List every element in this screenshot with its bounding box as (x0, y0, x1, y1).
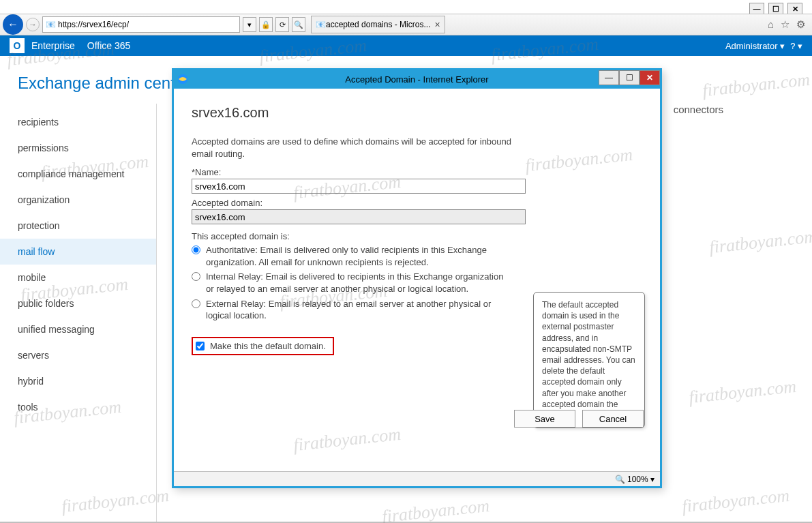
refresh-button[interactable]: ⟳ (275, 17, 289, 32)
zoom-control[interactable]: 🔍 100% ▾ (615, 475, 655, 484)
domain-label: Accepted domain: (192, 198, 642, 208)
help-menu[interactable]: ? ▾ (790, 41, 802, 51)
sidebar-item-mobile[interactable]: mobile (0, 265, 156, 290)
name-label: *Name: (192, 167, 642, 177)
sidebar-item-recipients[interactable]: recipients (0, 109, 156, 135)
sidebar-item-unified-messaging[interactable]: unified messaging (0, 316, 156, 342)
browser-nav-bar: ← → 📧 https://srvex16/ecp/ ▾ 🔒 ⟳ 🔍 📧 acc… (0, 14, 812, 35)
addr-dropdown[interactable]: ▾ (243, 17, 256, 32)
favorites-icon[interactable]: ☆ (781, 18, 790, 31)
sidebar-item-mail-flow[interactable]: mail flow (0, 239, 156, 265)
cancel-button[interactable]: Cancel (582, 410, 644, 428)
sidebar-item-tools[interactable]: tools (0, 394, 156, 420)
search-dropdown[interactable]: 🔍 (292, 17, 305, 32)
sidebar-item-organization[interactable]: organization (0, 187, 156, 213)
office-logo[interactable]: O (10, 38, 25, 53)
tab-favicon: 📧 (316, 20, 326, 29)
radio-authoritative-label: Authoritative: Email is delivered only t… (206, 244, 512, 268)
home-icon[interactable]: ⌂ (768, 18, 774, 31)
ssl-lock-icon[interactable]: 🔒 (259, 17, 273, 32)
enterprise-link[interactable]: Enterprise (31, 40, 75, 51)
settings-gear-icon[interactable]: ⚙ (796, 18, 805, 31)
type-label: This accepted domain is: (192, 231, 642, 241)
sidebar-item-servers[interactable]: servers (0, 342, 156, 368)
dialog-description: Accepted domains are used to define whic… (192, 136, 526, 160)
accepted-domain-dialog: Accepted Domain - Internet Explorer — ☐ … (172, 68, 662, 488)
office365-link[interactable]: Office 365 (87, 40, 131, 51)
sidebar-item-public-folders[interactable]: public folders (0, 290, 156, 316)
dialog-heading: srvex16.com (192, 105, 642, 121)
back-button[interactable]: ← (3, 14, 23, 35)
save-button[interactable]: Save (514, 410, 575, 428)
radio-external-relay-label: External Relay: Email is relayed to an e… (206, 298, 512, 322)
ie-icon (177, 73, 189, 85)
help-tooltip: The default accepted domain is used in t… (533, 292, 645, 428)
dialog-titlebar: Accepted Domain - Internet Explorer — ☐ … (174, 70, 660, 89)
dialog-close[interactable]: ✕ (640, 70, 660, 85)
dialog-status-bar: 🔍 100% ▾ (174, 471, 660, 486)
forward-button[interactable]: → (26, 18, 40, 31)
sidebar-item-compliance-management[interactable]: compliance management (0, 161, 156, 187)
radio-authoritative[interactable] (192, 245, 200, 254)
exchange-top-bar: O Enterprise Office 365 Administrator ▾ … (0, 35, 812, 56)
left-nav-sidebar: recipientspermissionscompliance manageme… (0, 104, 157, 522)
dialog-title: Accepted Domain - Internet Explorer (345, 74, 488, 85)
default-domain-checkbox[interactable] (196, 342, 205, 350)
tab-close-icon[interactable]: × (434, 19, 440, 30)
tab-title: accepted domains - Micros... (326, 20, 430, 29)
radio-internal-relay[interactable] (192, 272, 200, 281)
radio-external-relay[interactable] (192, 299, 200, 308)
admin-user-menu[interactable]: Administrator ▾ (725, 41, 785, 51)
default-domain-label: Make this the default domain. (210, 341, 326, 351)
tab-connectors[interactable]: connectors (674, 104, 723, 115)
sidebar-item-hybrid[interactable]: hybrid (0, 368, 156, 394)
address-bar[interactable]: 📧 https://srvex16/ecp/ (42, 16, 240, 33)
site-favicon: 📧 (46, 20, 55, 29)
domain-input (192, 209, 526, 224)
radio-internal-relay-label: Internal Relay: Email is delivered to re… (206, 271, 512, 295)
sidebar-item-permissions[interactable]: permissions (0, 135, 156, 161)
dialog-minimize[interactable]: — (599, 70, 619, 85)
sidebar-item-protection[interactable]: protection (0, 213, 156, 239)
dialog-maximize[interactable]: ☐ (619, 70, 640, 85)
url-text: https://srvex16/ecp/ (58, 20, 129, 29)
name-input[interactable] (192, 179, 526, 194)
browser-tab[interactable]: 📧 accepted domains - Micros... × (311, 16, 445, 33)
